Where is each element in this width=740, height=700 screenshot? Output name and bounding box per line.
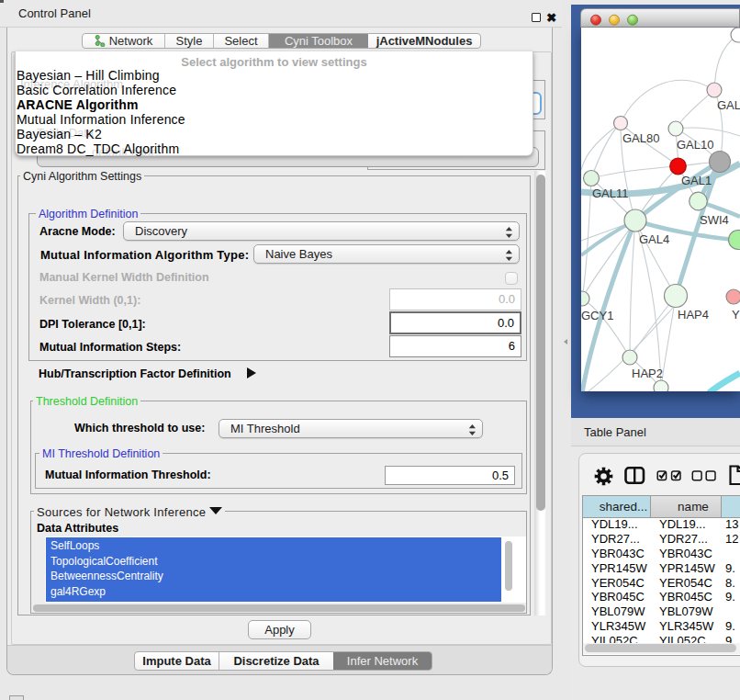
svg-text:GAL4: GAL4 xyxy=(639,232,669,246)
svg-text:GAL80: GAL80 xyxy=(622,131,659,145)
svg-text:HAP2: HAP2 xyxy=(632,367,663,380)
svg-text:GAL10: GAL10 xyxy=(677,138,713,152)
svg-text:Y: Y xyxy=(732,308,740,322)
svg-text:HAP4: HAP4 xyxy=(678,308,709,322)
svg-text:GAL7: GAL7 xyxy=(717,98,740,112)
svg-text:SWI4: SWI4 xyxy=(700,213,729,227)
svg-text:GAL1: GAL1 xyxy=(681,174,712,187)
svg-text:GAL11: GAL11 xyxy=(592,186,629,200)
svg-text:GCY1: GCY1 xyxy=(581,309,613,322)
